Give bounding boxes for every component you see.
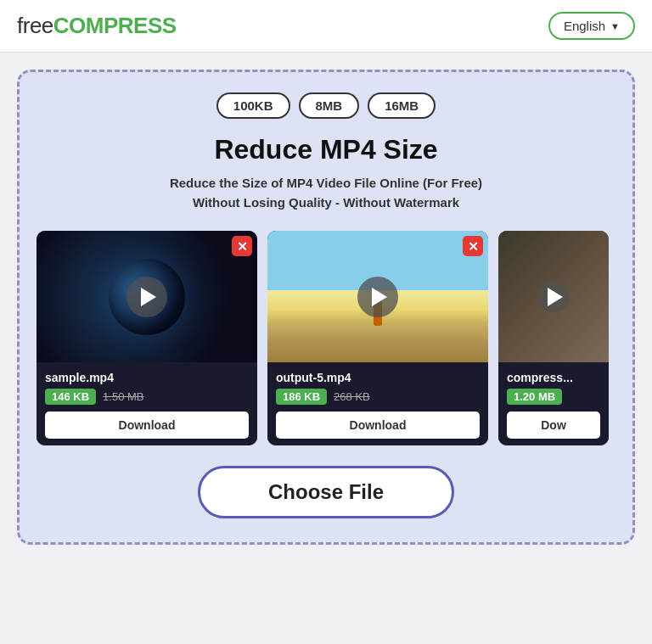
play-button-3[interactable] xyxy=(538,282,569,312)
card-info-1: sample.mp4 146 KB 1.50 MB Download xyxy=(37,362,257,445)
choose-file-button[interactable]: Choose File xyxy=(198,466,454,518)
logo-compress-text: COMPRESS xyxy=(53,13,177,38)
size-new-3: 1.20 MB xyxy=(507,389,562,405)
video-cards-wrapper: ✕ sample.mp4 146 KB 1.50 MB Download xyxy=(37,231,615,445)
download-button-2[interactable]: Download xyxy=(276,412,480,439)
size-pill-100kb: 100KB xyxy=(216,92,290,119)
size-new-1: 146 KB xyxy=(45,389,96,405)
video-thumbnail-3[interactable] xyxy=(498,231,609,362)
language-selector[interactable]: English ▼ xyxy=(548,12,635,40)
video-cards-row: ✕ sample.mp4 146 KB 1.50 MB Download xyxy=(37,231,615,445)
language-label: English xyxy=(564,19,605,33)
size-old-1: 1.50 MB xyxy=(103,390,143,403)
size-old-2: 268 KB xyxy=(334,390,370,403)
size-pills-row: 100KB 8MB 16MB xyxy=(37,92,615,119)
main-content: 100KB 8MB 16MB Reduce MP4 Size Reduce th… xyxy=(0,53,652,562)
logo-free-text: free xyxy=(17,13,53,38)
video-card-3: compress... 1.20 MB Dow xyxy=(498,231,609,445)
logo: freeCOMPRESS xyxy=(17,13,177,39)
close-button-2[interactable]: ✕ xyxy=(463,236,483,256)
play-button-2[interactable] xyxy=(357,277,398,317)
file-sizes-3: 1.20 MB xyxy=(507,389,600,405)
play-button-1[interactable] xyxy=(126,277,167,317)
chevron-down-icon: ▼ xyxy=(610,21,620,31)
size-new-2: 186 KB xyxy=(276,389,327,405)
download-button-3[interactable]: Dow xyxy=(507,412,600,439)
card-info-2: output-5.mp4 186 KB 268 KB Download xyxy=(267,362,488,445)
file-sizes-2: 186 KB 268 KB xyxy=(276,389,480,405)
close-button-1[interactable]: ✕ xyxy=(232,236,252,256)
file-sizes-1: 146 KB 1.50 MB xyxy=(45,389,249,405)
dashed-container: 100KB 8MB 16MB Reduce MP4 Size Reduce th… xyxy=(17,70,635,545)
choose-file-wrapper: Choose File xyxy=(37,466,615,518)
filename-2: output-5.mp4 xyxy=(276,371,480,384)
size-pill-16mb: 16MB xyxy=(368,92,436,119)
download-button-1[interactable]: Download xyxy=(45,412,249,439)
video-thumbnail-2[interactable]: ✕ xyxy=(267,231,488,362)
video-card-2: ✕ output-5.mp4 186 KB 268 KB Download xyxy=(267,231,488,445)
page-title: Reduce MP4 Size xyxy=(37,134,615,165)
page-subtitle: Reduce the Size of MP4 Video File Online… xyxy=(37,174,615,212)
subtitle-line2: Without Losing Quality - Without Waterma… xyxy=(193,195,459,210)
header: freeCOMPRESS English ▼ xyxy=(0,0,652,53)
size-pill-8mb: 8MB xyxy=(299,92,360,119)
video-thumbnail-1[interactable]: ✕ xyxy=(37,231,257,362)
video-card-1: ✕ sample.mp4 146 KB 1.50 MB Download xyxy=(37,231,257,445)
filename-1: sample.mp4 xyxy=(45,371,249,384)
subtitle-line1: Reduce the Size of MP4 Video File Online… xyxy=(170,176,482,190)
filename-3: compress... xyxy=(507,371,600,384)
card-info-3: compress... 1.20 MB Dow xyxy=(498,362,609,445)
